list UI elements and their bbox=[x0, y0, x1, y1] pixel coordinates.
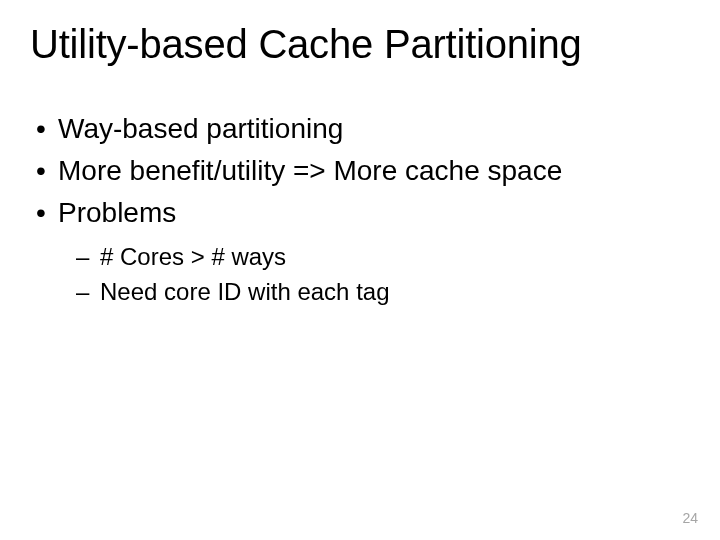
bullet-icon: • bbox=[36, 152, 46, 190]
sub-bullet-item: – Need core ID with each tag bbox=[76, 276, 690, 308]
bullet-item: • More benefit/utility => More cache spa… bbox=[30, 152, 690, 190]
bullet-icon: • bbox=[36, 194, 46, 232]
dash-icon: – bbox=[76, 276, 89, 308]
bullet-text: Problems bbox=[58, 197, 176, 228]
dash-icon: – bbox=[76, 241, 89, 273]
bullet-item: • Way-based partitioning bbox=[30, 110, 690, 148]
slide: Utility-based Cache Partitioning • Way-b… bbox=[0, 0, 720, 540]
bullet-item: • Problems bbox=[30, 194, 690, 232]
sub-bullet-text: # Cores > # ways bbox=[100, 243, 286, 270]
page-number: 24 bbox=[682, 510, 698, 526]
slide-body: • Way-based partitioning • More benefit/… bbox=[30, 110, 690, 310]
slide-title: Utility-based Cache Partitioning bbox=[30, 22, 690, 66]
sub-bullet-list: – # Cores > # ways – Need core ID with e… bbox=[30, 241, 690, 308]
bullet-icon: • bbox=[36, 110, 46, 148]
sub-bullet-item: – # Cores > # ways bbox=[76, 241, 690, 273]
bullet-text: Way-based partitioning bbox=[58, 113, 343, 144]
sub-bullet-text: Need core ID with each tag bbox=[100, 278, 390, 305]
bullet-text: More benefit/utility => More cache space bbox=[58, 155, 562, 186]
